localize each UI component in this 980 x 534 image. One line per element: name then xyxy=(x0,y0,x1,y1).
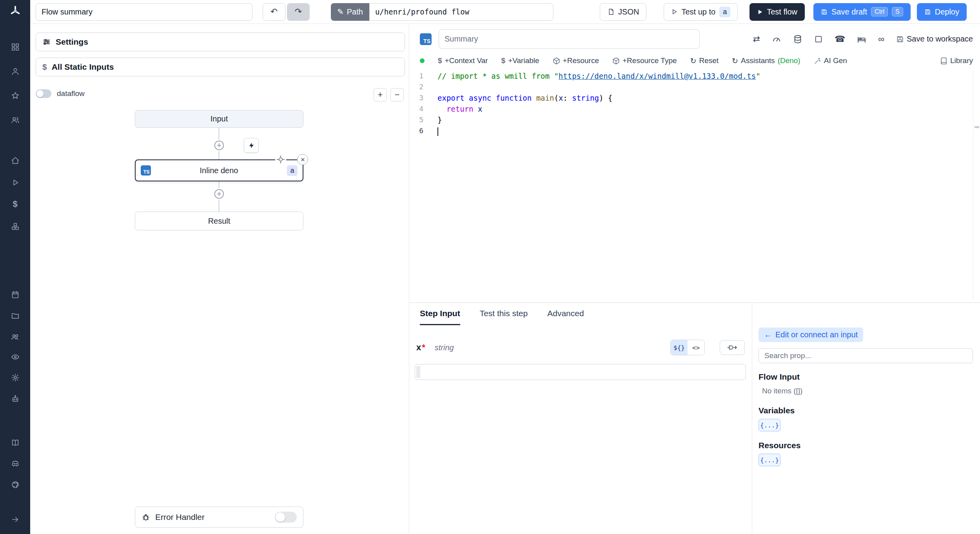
save-draft-button[interactable]: Save draft Ctrl S xyxy=(813,3,911,21)
arg-name: x xyxy=(416,342,421,353)
resources-heading: Resources xyxy=(759,441,800,450)
prop-search-input[interactable] xyxy=(759,348,973,363)
script-editor: TS ⇄ ☎ ∞ Save to workspace $+Context Var… xyxy=(409,24,980,302)
play-filled-icon xyxy=(757,9,763,15)
add-resource-button[interactable]: +Resource xyxy=(553,56,599,65)
tab-test-this-step[interactable]: Test this step xyxy=(480,303,528,325)
app-sidebar: $ xyxy=(0,0,30,534)
redo-button[interactable]: ↷ xyxy=(287,3,310,21)
ai-gen-button[interactable]: AI Gen xyxy=(814,56,847,65)
remove-step-button[interactable] xyxy=(297,154,308,165)
test-up-to-button[interactable]: Test up to a xyxy=(664,3,738,21)
windmill-logo[interactable] xyxy=(0,3,30,19)
user-group-icon[interactable] xyxy=(0,329,30,344)
play-icon[interactable] xyxy=(0,175,30,190)
cycle-icon[interactable]: ⇄ xyxy=(753,35,760,43)
square-icon[interactable] xyxy=(814,35,823,43)
gauge-icon[interactable] xyxy=(772,34,781,44)
bed-icon[interactable] xyxy=(857,34,866,44)
static-inputs-button[interactable]: $ All Static Inputs xyxy=(36,58,405,76)
folder-icon[interactable] xyxy=(0,308,30,324)
crosshair-icon[interactable] xyxy=(275,154,286,165)
flow-summary-input[interactable] xyxy=(36,3,252,21)
tab-step-input[interactable]: Step Input xyxy=(420,303,460,325)
pencil-icon: ✎ xyxy=(337,7,344,16)
apps-grid-icon[interactable] xyxy=(0,39,30,55)
insert-step-button-2[interactable] xyxy=(213,188,225,200)
connect-input-button[interactable] xyxy=(720,340,745,355)
eye-icon[interactable] xyxy=(0,349,30,365)
undo-button[interactable]: ↶ xyxy=(263,3,285,21)
home-icon[interactable] xyxy=(0,153,30,168)
path-button[interactable]: ✎ Path xyxy=(331,3,369,21)
boxes-icon[interactable] xyxy=(0,219,30,234)
arrow-left-icon: ← xyxy=(764,330,772,339)
deploy-button[interactable]: Deploy xyxy=(917,3,967,21)
book-icon[interactable] xyxy=(0,435,30,451)
database-icon[interactable] xyxy=(793,34,802,44)
json-button[interactable]: JSON xyxy=(600,3,646,21)
resources-object-badge[interactable]: {...} xyxy=(759,454,780,466)
editor-toolbar: $+Context Var $+Variable +Resource +Reso… xyxy=(409,54,980,68)
star-icon[interactable] xyxy=(0,88,30,103)
deploy-icon xyxy=(924,9,931,15)
template-mode-button[interactable]: ${} xyxy=(671,340,688,355)
phone-icon[interactable]: ☎ xyxy=(835,35,845,43)
zoom-in-button[interactable]: + xyxy=(374,88,387,101)
kbd-ctrl: Ctrl xyxy=(871,7,888,16)
trigger-button[interactable] xyxy=(244,138,259,153)
path-input[interactable] xyxy=(369,3,554,21)
kbd-s: S xyxy=(892,7,903,16)
robot-icon[interactable] xyxy=(0,391,30,407)
typescript-badge: TS xyxy=(141,165,151,176)
gear-icon[interactable] xyxy=(0,370,30,386)
user-icon[interactable] xyxy=(0,63,30,79)
node-input[interactable]: Input xyxy=(135,110,303,128)
prop-picker-panel: ← Edit or connect an input Flow Input No… xyxy=(752,302,980,534)
flow-graph-panel: Settings $ All Static Inputs dataflow + … xyxy=(30,24,409,534)
variables-heading: Variables xyxy=(759,406,795,415)
assistants-button[interactable]: ↻Assistants(Deno) xyxy=(732,56,800,65)
step-summary-input[interactable] xyxy=(439,29,700,49)
calendar-icon[interactable] xyxy=(0,287,30,302)
error-handler-toggle[interactable] xyxy=(275,512,297,523)
dataflow-toggle[interactable] xyxy=(36,89,51,98)
zoom-out-button[interactable]: − xyxy=(390,88,404,101)
package-icon xyxy=(553,57,560,65)
reset-button[interactable]: ↻Reset xyxy=(690,56,719,65)
arg-value-input[interactable] xyxy=(415,364,746,380)
refresh-icon: ↻ xyxy=(690,56,697,65)
code-editor[interactable]: 1// import * as wmill from "https://deno… xyxy=(409,71,972,302)
add-resource-type-button[interactable]: +Resource Type xyxy=(612,56,677,65)
node-result[interactable]: Result xyxy=(135,212,303,230)
topbar: ↶ ↷ ✎ Path JSON Test up to a Test flow S… xyxy=(30,0,980,24)
arrow-right-icon[interactable] xyxy=(0,512,30,527)
save-icon xyxy=(821,9,828,15)
infinity-icon[interactable]: ∞ xyxy=(878,35,884,43)
step-tabs: Step Input Test this step Advanced xyxy=(409,303,752,325)
node-inline-deno[interactable]: TS Inline deno a xyxy=(135,159,303,181)
add-variable-button[interactable]: $+Variable xyxy=(501,56,539,65)
status-dot xyxy=(420,58,425,63)
insert-step-button-1[interactable] xyxy=(213,139,225,151)
github-icon[interactable] xyxy=(0,477,30,492)
edit-connect-button[interactable]: ← Edit or connect an input xyxy=(759,328,863,342)
add-context-var-button[interactable]: $+Context Var xyxy=(438,56,488,65)
test-flow-button[interactable]: Test flow xyxy=(750,3,805,21)
save-to-workspace-button[interactable]: Save to workspace xyxy=(896,34,973,43)
variables-object-badge[interactable]: {...} xyxy=(759,419,780,431)
package-icon xyxy=(612,57,620,65)
dollar-icon[interactable]: $ xyxy=(0,196,30,212)
library-button[interactable]: Library xyxy=(940,56,973,65)
settings-button[interactable]: Settings xyxy=(36,33,405,51)
save-icon xyxy=(896,35,904,43)
discord-icon[interactable] xyxy=(0,456,30,471)
bolt-icon xyxy=(248,142,255,149)
code-mode-button[interactable]: <> xyxy=(688,340,704,355)
wand-icon xyxy=(814,57,821,65)
error-handler-node[interactable]: Error Handler xyxy=(135,507,303,528)
users-icon[interactable] xyxy=(0,112,30,128)
plug-arrow-icon xyxy=(726,344,738,351)
input-mode-toggle: ${} <> xyxy=(670,340,705,355)
tab-advanced[interactable]: Advanced xyxy=(547,303,584,325)
